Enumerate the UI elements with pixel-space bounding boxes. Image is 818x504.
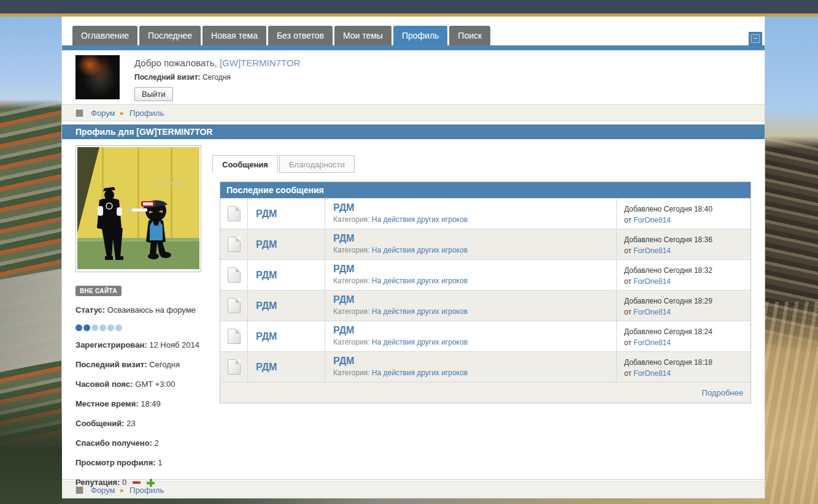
nav-tab-my-topics[interactable]: Мои темы <box>334 26 392 45</box>
user-avatar[interactable] <box>75 55 120 99</box>
nav-tab-new-topic[interactable]: Новая тема <box>203 26 266 45</box>
category-link[interactable]: На действия других игроков <box>372 368 468 377</box>
minimize-icon: − <box>751 34 760 43</box>
last-visit-line: Последний визит: Сегодня <box>134 73 300 82</box>
nav-tab-latest[interactable]: Последнее <box>139 26 201 45</box>
username-link[interactable]: [GW]TERMIN7TOR <box>220 58 300 68</box>
activity-dot <box>115 324 122 331</box>
category-label: Категория: <box>333 215 369 224</box>
messages-line: Сообщений: 23 <box>75 418 201 429</box>
main-navbar: Оглавление Последнее Новая тема Без отве… <box>72 26 765 45</box>
message-title-link[interactable]: РДМ <box>333 294 354 305</box>
registered-line: Зарегистрирован: 12 Нояб 2014 <box>75 339 201 351</box>
page-icon <box>228 206 241 221</box>
activity-dot <box>99 324 106 331</box>
offline-status-badge: ВНЕ САЙТА <box>75 286 122 296</box>
activity-dot <box>91 324 98 331</box>
breadcrumb-arrow-icon: ▸ <box>121 486 125 494</box>
category-link[interactable]: На действия других игроков <box>372 338 468 346</box>
category-label: Категория: <box>333 368 369 377</box>
panel-footer: Подробнее <box>220 382 750 403</box>
topic-link[interactable]: РДМ <box>256 208 277 220</box>
nav-tab-search[interactable]: Поиск <box>449 26 490 45</box>
message-row: РДМ РДМ Категория: На действия других иг… <box>220 198 750 229</box>
category-label: Категория: <box>333 307 369 316</box>
topic-link[interactable]: РДМ <box>256 300 277 311</box>
reputation-minus-icon[interactable] <box>133 481 141 484</box>
added-time: Добавлено Сегодня 18:29 <box>624 296 750 307</box>
topic-link[interactable]: РДМ <box>256 239 277 250</box>
by-label: от <box>624 369 631 378</box>
message-row: РДМ РДМ Категория: На действия других иг… <box>220 290 750 321</box>
page-icon <box>228 329 241 344</box>
message-title-link[interactable]: РДМ <box>333 325 354 336</box>
topic-link[interactable]: РДМ <box>256 270 277 281</box>
by-label: от <box>624 338 631 347</box>
author-link[interactable]: ForOne814 <box>633 308 671 316</box>
message-row: РДМ РДМ Категория: На действия других иг… <box>220 321 750 351</box>
tab-thanks[interactable]: Благодарности <box>279 155 355 173</box>
author-link[interactable]: ForOne814 <box>633 369 671 378</box>
nav-tab-contents[interactable]: Оглавление <box>72 26 137 45</box>
thanks-value: 2 <box>155 438 159 448</box>
topic-icon-cell <box>220 352 248 382</box>
timezone-value: GMT +3:00 <box>135 380 175 389</box>
views-value: 1 <box>158 458 162 467</box>
page-icon <box>228 359 241 375</box>
category-label: Категория: <box>333 338 369 346</box>
status-label: Статус: <box>75 305 105 315</box>
tab-messages[interactable]: Сообщения <box>212 155 278 173</box>
message-title-link[interactable]: РДМ <box>333 233 354 244</box>
page-icon <box>228 298 241 313</box>
collapse-button[interactable]: − <box>749 32 762 45</box>
messages-value: 23 <box>126 419 135 428</box>
last-visit-line-side: Последний визит: Сегодня <box>75 359 201 370</box>
breadcrumb-forum-link[interactable]: Форум <box>91 109 115 118</box>
activity-dot <box>75 324 82 331</box>
nav-tab-profile[interactable]: Профиль <box>393 26 447 45</box>
home-icon[interactable] <box>75 486 83 494</box>
category-link[interactable]: На действия других игроков <box>372 215 468 224</box>
author-link[interactable]: ForOne814 <box>633 338 671 347</box>
registered-label: Зарегистрирован: <box>75 340 147 349</box>
topic-icon-cell <box>220 199 248 229</box>
profile-sidebar: ВНЕ САЙТА Статус: Осваиваюсь на форуме З… <box>62 139 212 479</box>
category-link[interactable]: На действия других игроков <box>372 277 468 285</box>
topic-icon-cell <box>220 321 248 351</box>
thanks-line: Спасибо получено: 2 <box>75 437 201 449</box>
added-time: Добавлено Сегодня 18:18 <box>624 357 750 368</box>
topic-link[interactable]: РДМ <box>256 331 277 342</box>
background-landscape-right <box>765 17 818 504</box>
message-title-link[interactable]: РДМ <box>333 264 354 275</box>
more-link[interactable]: Подробнее <box>702 388 743 397</box>
added-time: Добавлено Сегодня 18:24 <box>624 326 750 337</box>
author-link[interactable]: ForOne814 <box>633 216 671 224</box>
profile-views-line: Просмотр профиля: 1 <box>75 457 201 468</box>
views-label: Просмотр профиля: <box>75 458 156 467</box>
author-link[interactable]: ForOne814 <box>633 277 671 286</box>
logout-button[interactable]: Выйти <box>134 87 173 101</box>
timezone-label: Часовой пояс: <box>75 380 133 389</box>
status-line: Статус: Осваиваюсь на форуме <box>75 304 201 316</box>
home-icon[interactable] <box>75 109 83 117</box>
category-link[interactable]: На действия других игроков <box>372 307 468 316</box>
profile-content: Сообщения Благодарности Последние сообще… <box>212 139 765 479</box>
background-landscape-left <box>0 17 62 504</box>
by-label: от <box>624 246 631 255</box>
page-icon <box>228 237 241 252</box>
nav-tab-unanswered[interactable]: Без ответов <box>268 26 333 45</box>
message-title-link[interactable]: РДМ <box>333 356 354 367</box>
breadcrumb-forum-link[interactable]: Форум <box>91 486 115 495</box>
message-title-link[interactable]: РДМ <box>333 202 354 213</box>
registered-value: 12 Нояб 2014 <box>149 340 199 349</box>
last-visit-label: Последний визит: <box>134 73 201 82</box>
breadcrumb-arrow-icon: ▸ <box>121 109 125 117</box>
side-last-visit-value: Сегодня <box>149 360 180 369</box>
author-link[interactable]: ForOne814 <box>633 246 671 255</box>
by-label: от <box>624 277 631 286</box>
topic-icon-cell <box>220 229 248 259</box>
topic-link[interactable]: РДМ <box>256 362 277 373</box>
reputation-plus-icon[interactable] <box>147 479 155 487</box>
category-link[interactable]: На действия других игроков <box>372 246 468 254</box>
breadcrumb-profile-link[interactable]: Профиль <box>129 109 164 118</box>
